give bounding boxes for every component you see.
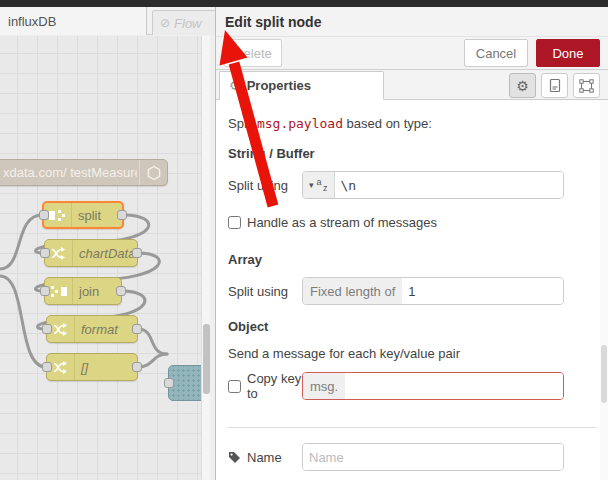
edit-dialog: Edit split node Delete Cancel Done ⚙ Pro…	[215, 7, 608, 480]
name-row: Name	[228, 443, 608, 471]
chevron-down-icon: ▾	[309, 180, 314, 190]
object-heading: Object	[228, 319, 608, 334]
stream-checkbox-row: Handle as a stream of messages	[228, 215, 608, 230]
split-intro-text: Split msg.payload based on type:	[228, 116, 608, 131]
appearance-view-button[interactable]	[573, 73, 600, 98]
flow-vertical-scrollbar[interactable]	[201, 36, 210, 480]
tab-properties-label: Properties	[247, 78, 311, 93]
object-description: Send a message for each key/value pair	[228, 346, 608, 361]
flow-node-join-join[interactable]: join	[44, 277, 122, 305]
flow-workspace: influxDB ⊘ Flow xdata.com/	[0, 7, 215, 480]
gear-icon: ⚙	[516, 78, 529, 94]
array-length-input[interactable]	[402, 278, 563, 304]
chart-node-input-port[interactable]	[164, 378, 174, 388]
name-label: Name	[247, 450, 282, 465]
flow-scrollbar-thumb[interactable]	[203, 324, 210, 394]
tab-flow-label: Flow	[174, 16, 201, 31]
node-output-port[interactable]	[132, 362, 142, 372]
node-label: chartData	[79, 240, 135, 266]
tab-influxdb-label: influxDB	[8, 14, 56, 29]
msg-payload-property: msg.payload	[257, 116, 343, 131]
copy-key-label: Copy key to	[247, 371, 302, 401]
node-label: []	[81, 354, 88, 380]
node-red-app: influxDB ⊘ Flow xdata.com/	[0, 0, 608, 480]
flow-node-chart[interactable]: c	[168, 365, 201, 401]
msg-prefix: msg.	[303, 373, 345, 399]
string-type-icon: az	[317, 178, 328, 193]
split-icon	[44, 203, 72, 227]
array-heading: Array	[228, 252, 608, 267]
cancel-button[interactable]: Cancel	[464, 39, 528, 67]
gear-icon: ⚙	[229, 78, 241, 93]
workspace-tabbar: influxDB ⊘ Flow	[0, 7, 215, 35]
edit-dialog-title: Edit split node	[225, 14, 321, 30]
done-button[interactable]: Done	[536, 39, 600, 67]
flow-node-function-format[interactable]: format	[46, 315, 138, 343]
function-icon	[45, 240, 73, 266]
panel-scrollbar-thumb[interactable]	[601, 345, 607, 403]
form-divider	[228, 427, 596, 428]
copy-key-row: Copy key to msg.	[228, 371, 608, 401]
split-using-label: Split using	[228, 284, 302, 299]
function-icon	[47, 316, 75, 342]
copy-key-checkbox[interactable]	[228, 380, 241, 393]
string-buffer-heading: String / Buffer	[228, 146, 608, 161]
flow-node-function-[interactable]: []	[46, 353, 138, 381]
influx-node-label: xdata.com/ testMeasurement	[3, 160, 137, 185]
node-label: join	[79, 278, 99, 304]
function-icon	[47, 354, 75, 380]
description-view-button[interactable]	[541, 73, 568, 98]
join-icon	[45, 278, 73, 304]
tab-influxdb[interactable]: influxDB	[0, 7, 147, 35]
name-input[interactable]	[303, 444, 563, 470]
copy-key-input[interactable]	[345, 373, 563, 399]
flow-canvas[interactable]: xdata.com/ testMeasurement splitchartDat…	[0, 36, 201, 480]
panel-vertical-scrollbar[interactable]	[600, 100, 608, 480]
app-header-bar	[0, 0, 608, 7]
fixed-length-prefix: Fixed length of	[303, 278, 402, 304]
delete-button[interactable]: Delete	[224, 39, 282, 67]
stream-checkbox-label: Handle as a stream of messages	[247, 215, 437, 230]
node-output-port[interactable]	[116, 286, 126, 296]
node-output-port[interactable]	[117, 210, 127, 220]
edit-dialog-toolbar: Delete Cancel Done	[216, 37, 608, 70]
name-input-group	[302, 443, 564, 471]
node-label: format	[81, 316, 118, 342]
flow-node-influxdb-out[interactable]: xdata.com/ testMeasurement	[0, 159, 168, 186]
editor-tabrow: ⚙ Properties ⚙	[216, 70, 608, 100]
properties-form: Split msg.payload based on type: String …	[216, 100, 608, 480]
node-output-port[interactable]	[132, 248, 142, 258]
circle-slash-icon: ⊘	[160, 16, 170, 30]
array-split-row: Split using Fixed length of	[228, 277, 608, 305]
array-split-input-group: Fixed length of	[302, 277, 564, 305]
flow-node-function-chartData[interactable]: chartData	[44, 239, 138, 267]
properties-view-button[interactable]: ⚙	[509, 73, 536, 98]
split-using-label: Split using	[228, 178, 302, 193]
tab-properties[interactable]: ⚙ Properties	[219, 71, 384, 100]
flow-node-split-split[interactable]: split	[42, 201, 124, 229]
tab-flow-disabled[interactable]: ⊘ Flow	[152, 10, 222, 35]
string-split-input-group: ▾ az	[302, 171, 564, 199]
stream-checkbox[interactable]	[228, 216, 241, 229]
editor-view-buttons: ⚙	[509, 73, 600, 98]
string-split-row: Split using ▾ az	[228, 171, 608, 199]
document-icon	[548, 78, 562, 93]
influxdb-hexagon-icon	[139, 160, 167, 185]
copy-key-input-group: msg.	[302, 372, 564, 400]
edit-dialog-header: Edit split node	[216, 7, 608, 37]
node-output-port[interactable]	[132, 324, 142, 334]
type-select-button[interactable]: ▾ az	[303, 172, 335, 198]
string-split-input[interactable]	[335, 172, 563, 198]
node-label: split	[78, 203, 101, 227]
selection-frame-icon	[579, 79, 594, 93]
tag-icon	[228, 451, 241, 464]
